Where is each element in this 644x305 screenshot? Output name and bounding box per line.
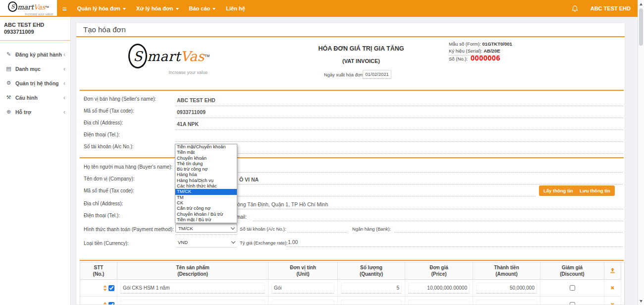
brand-logo-large: SmartVasTM Increase your value [128,44,272,75]
page-scrollbar[interactable] [638,0,644,305]
seller-account-label: Số tài khoản (A/c No.): [84,144,134,149]
panel-header: Tạo hóa đơn [76,23,625,37]
bank-input[interactable] [394,225,623,233]
seller-tel-input[interactable] [175,133,623,142]
table-row-cell [117,297,268,305]
dropdown-option[interactable]: Thẻ tín dụng [175,161,237,167]
caret-down-icon [123,8,126,10]
table-row-cell [338,297,405,305]
table-row-cell [473,297,540,305]
sidebar: ABC TEST EHD 0933711009 ✎ Đăng ký phát h… [0,17,71,305]
upload-row-icon[interactable] [609,267,616,274]
price-input[interactable]: 10,000,000.00000 [408,283,470,294]
table-row-cell: Gói [268,280,338,297]
invoice-serial-row: Ký hiệu (Serial): AB/20E [449,48,500,54]
menu-toggle-icon[interactable]: ≡ [62,4,67,13]
nav-lien-he[interactable]: Liên hệ [226,5,245,11]
buyer-company-label: Tên đơn vị (Company): [84,176,135,182]
sidebar-item-danh-muc[interactable]: ▤ Danh mục ‹ [0,61,70,76]
sidebar-item-cau-hinh[interactable]: ⚒ Cấu hình ‹ [0,90,70,105]
seller-account-input[interactable] [175,145,623,154]
dropdown-option-selected[interactable]: TM/CK [175,189,237,194]
dropdown-option[interactable]: Chuyển khoản / Bù trừ [175,212,237,217]
scroll-down-icon[interactable] [640,300,643,303]
dropdown-option[interactable]: Tiền mặt / Bù trừ [175,217,237,223]
scroll-up-icon[interactable] [640,3,643,5]
dropdown-option[interactable]: Bù trừ công nợ [175,167,237,172]
col-header-description: Tên sản phẩm(Description) [117,262,268,280]
quantity-input[interactable] [341,300,402,305]
support-icon: ⊕ [5,109,12,115]
discount-cell [540,280,604,297]
col-header-actions [604,262,621,280]
buyer-address-input[interactable]: S òng Tân Định, Quận 1, TP Hồ Chí Minh [175,201,623,209]
exchange-rate-input[interactable]: 1.00 [286,239,623,247]
unit-input[interactable] [271,300,334,305]
amount-input[interactable] [476,300,537,305]
caret-down-icon [231,240,235,244]
payment-method-select[interactable]: TM/CK [175,224,237,233]
dropdown-option[interactable]: Hàng hóa/Dịch vụ [175,178,237,183]
dropdown-option[interactable]: Cấn trừ công nợ [175,206,237,211]
invoice-date-input[interactable]: 01/02/2021 [363,70,391,79]
sidebar-item-ho-tro[interactable]: ⊕ Hỗ trợ ‹ [0,105,70,119]
nav-bao-cao[interactable]: Báo cáo [189,5,216,11]
buyer-email-input[interactable] [253,213,623,221]
save-info-button[interactable]: Lưu thông tin [575,185,615,196]
unit-input[interactable]: Gói [271,283,334,294]
price-input[interactable] [408,300,470,305]
row-select-checkbox[interactable] [108,302,114,305]
sidebar-item-quan-tri-he-thong[interactable]: ⚙ Quản trị hệ thống ‹ [0,76,70,90]
invoice-title: HÓA ĐƠN GIÁ TRỊ GIA TĂNG [309,45,413,52]
dropdown-option[interactable]: Các hình thức khác [175,183,237,189]
actions-cell: ✖ [604,297,621,305]
tools-icon: ⚒ [5,94,12,101]
seller-tax-input[interactable]: 0933711009 [175,109,623,118]
section-divider [80,260,624,261]
buyer-account-input[interactable] [287,225,347,233]
description-input[interactable] [120,300,265,305]
brand-s-icon: S [128,44,147,68]
dropdown-option[interactable]: Tiền mặt [175,150,237,155]
discount-checkbox[interactable] [570,302,575,305]
col-header-amount: Thành tiền(Amount) [473,262,540,280]
brand-logo-small[interactable]: SmartVasTM Increase your value [0,0,57,17]
row-select-checkbox[interactable] [108,285,114,291]
invoice-items-table: STT(No.) Tên sản phẩm(Description) Đơn v… [80,262,625,305]
dropdown-option[interactable]: Hàng hóa [175,172,237,178]
scrollbar-thumb[interactable] [639,8,643,46]
discount-cell [540,297,604,305]
seller-name-input[interactable]: ABC TEST EHD [175,97,623,106]
currency-select[interactable]: VND [175,238,237,247]
delete-row-icon[interactable]: ✖ [610,302,614,305]
drag-handle-icon[interactable] [103,285,107,291]
chevron-left-icon: ‹ [63,110,65,115]
app-window: SmartVasTM Increase your value ≡ Quản lý… [0,0,644,305]
dropdown-option[interactable]: CK [175,200,237,206]
amount-input[interactable]: 50,000,000 [476,283,537,294]
sidebar-item-dang-ky-phat-hanh[interactable]: ✎ Đăng ký phát hành ‹ [0,47,70,61]
drag-handle-icon[interactable] [103,302,107,305]
col-header-unit: Đơn vị tính(Unit) [268,262,338,280]
seller-address-input[interactable]: 41A NPK [175,121,623,130]
dropdown-option[interactable]: Tiền mặt/Chuyển khoản [175,144,237,150]
quantity-input[interactable]: 5 [341,283,402,294]
delete-row-icon[interactable]: ✖ [610,285,614,291]
buyer-company-input[interactable]: Ô VI NA [175,177,623,184]
invoice-subtitle: (VAT INVOICE) [309,58,413,64]
nav-quan-ly-hoa-don[interactable]: Quản lý hóa đơn [77,5,126,11]
bell-icon[interactable] [571,5,579,12]
dropdown-option[interactable]: Chuyển khoản [175,156,237,161]
buyer-name-input[interactable] [175,165,623,173]
fetch-info-button[interactable]: Lấy thông tin [539,185,578,196]
sidebar-user-block: ABC TEST EHD 0933711009 [0,17,70,35]
caret-down-icon [231,225,235,229]
nav-xu-ly-hoa-don[interactable]: Xử lý hóa đơn [136,5,178,11]
dropdown-option[interactable]: TM [175,195,237,200]
invoice-number-row: Số (No.): 0000006 [449,54,500,62]
table-row-cell: 10,000,000.00000 [405,280,473,297]
discount-checkbox[interactable] [570,285,575,291]
description-input[interactable]: Gói CKS HSM 1 năm [120,283,265,294]
user-menu[interactable]: ABC TEST EHD [590,5,631,11]
sidebar-divider [0,40,70,41]
